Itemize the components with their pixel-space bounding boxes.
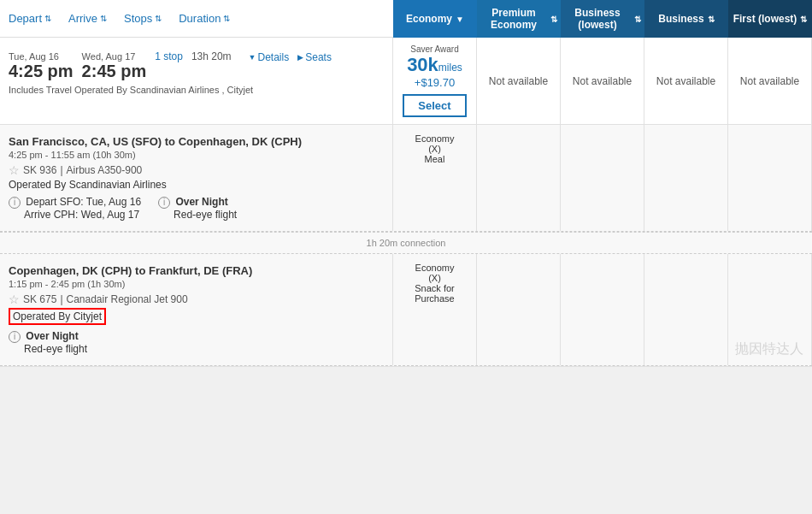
leg-1-overnight-label: Over Night bbox=[175, 196, 227, 208]
leg-2-aircraft: ☆ SK 675 | Canadair Regional Jet 900 bbox=[9, 292, 384, 306]
depart-label: Depart bbox=[9, 12, 42, 25]
leg-2-fare-detail: (X) bbox=[397, 273, 473, 283]
depart-block: Tue, Aug 16 4:25 pm bbox=[9, 51, 74, 81]
business-lowest-unavailable: Not available bbox=[573, 75, 632, 87]
leg-2-time: 1:15 pm - 2:45 pm (1h 30m) bbox=[9, 279, 384, 289]
leg-2-route: Copenhagen, DK (CPH) to Frankfurt, DE (F… bbox=[9, 264, 384, 277]
leg-1-meal: Meal bbox=[397, 154, 473, 164]
star-icon: ☆ bbox=[9, 163, 20, 177]
leg-1-premium-economy-cell bbox=[477, 125, 561, 231]
select-button[interactable]: Select bbox=[403, 94, 466, 117]
depart-date: Tue, Aug 16 bbox=[9, 51, 74, 62]
stops-info: 1 stop bbox=[155, 50, 183, 62]
fare-col-business[interactable]: Business ⇅ bbox=[644, 0, 728, 38]
stops-sort-icon: ⇅ bbox=[155, 14, 162, 23]
economy-sort-icon: ▼ bbox=[456, 15, 464, 24]
details-label: Details bbox=[258, 51, 290, 63]
depart-sort-icon: ⇅ bbox=[44, 14, 51, 23]
first-lowest-sort-icon: ⇅ bbox=[800, 15, 807, 24]
leg-2-redeye-label: Red-eye flight bbox=[24, 343, 87, 355]
leg-2-row: Copenhagen, DK (CPH) to Frankfurt, DE (F… bbox=[0, 254, 812, 366]
business-lowest-label: Business (lowest) bbox=[564, 7, 631, 31]
header-row: Depart ⇅ Arrive ⇅ Stops ⇅ Duration ⇅ Eco… bbox=[0, 0, 812, 38]
leg-2-meal: Snack for Purchase bbox=[397, 283, 473, 304]
watermark: 抛因特达人 bbox=[735, 340, 803, 358]
flight-summary-info: Tue, Aug 16 4:25 pm Wed, Aug 17 2:45 pm … bbox=[0, 38, 393, 124]
miles-display: 30kmiles bbox=[407, 54, 462, 76]
seats-triangle-icon: ▶ bbox=[297, 53, 303, 62]
info-icon-depart: i bbox=[9, 197, 21, 209]
first-lowest-unavailable: Not available bbox=[740, 75, 799, 87]
arrive-date: Wed, Aug 17 bbox=[82, 51, 147, 62]
leg-1-route: San Francisco, CA, US (SFO) to Copenhage… bbox=[9, 135, 384, 148]
premium-economy-label: Premium Economy bbox=[480, 7, 547, 31]
fare-col-business-lowest[interactable]: Business (lowest) ⇅ bbox=[561, 0, 644, 38]
connection-row: 1h 20m connection bbox=[0, 232, 812, 254]
sort-stops[interactable]: Stops ⇅ bbox=[124, 12, 162, 25]
details-triangle-icon: ▼ bbox=[249, 53, 256, 62]
premium-economy-unavailable: Not available bbox=[489, 75, 548, 87]
leg-2-aircraft-type: Canadair Regional Jet 900 bbox=[67, 293, 188, 305]
fare-col-economy[interactable]: Economy ▼ bbox=[393, 0, 477, 38]
flight-result-row: Tue, Aug 16 4:25 pm Wed, Aug 17 2:45 pm … bbox=[0, 38, 812, 125]
leg-2-overnight-label: Over Night bbox=[26, 330, 78, 342]
leg-2-fare-class: Economy bbox=[397, 263, 473, 273]
leg-2-overnight-row: i Over Night Red-eye flight bbox=[9, 330, 384, 355]
depart-time: 4:25 pm bbox=[9, 62, 74, 81]
arrive-time: 2:45 pm bbox=[82, 62, 147, 81]
leg-1-fare-class: Economy bbox=[397, 133, 473, 144]
leg-1-info: San Francisco, CA, US (SFO) to Copenhage… bbox=[0, 125, 393, 231]
leg-1-operated: Operated By Scandinavian Airlines bbox=[9, 179, 384, 191]
operated-highlight: Operated By Cityjet bbox=[9, 308, 106, 325]
premium-economy-price-cell: Not available bbox=[477, 38, 561, 124]
duration-value: 13h 20m bbox=[191, 50, 232, 62]
leg-1-depart-arrive: i Depart SFO: Tue, Aug 16 Arrive CPH: We… bbox=[9, 196, 384, 221]
arrive-block: Wed, Aug 17 2:45 pm bbox=[82, 51, 147, 81]
economy-price-cell: Saver Award 30kmiles +$19.70 Select bbox=[393, 38, 477, 124]
leg-1-depart-label: Depart SFO: Tue, Aug 16 bbox=[26, 196, 141, 208]
operated-by-text: Includes Travel Operated By Scandinavian… bbox=[9, 85, 384, 95]
fare-col-premium-economy[interactable]: Premium Economy ⇅ bbox=[477, 0, 561, 38]
business-sort-icon: ⇅ bbox=[708, 15, 715, 24]
leg-1-arrive-label: Arrive CPH: Wed, Aug 17 bbox=[24, 209, 139, 221]
leg-1-aircraft-type: Airbus A350-900 bbox=[67, 164, 143, 176]
premium-economy-sort-icon: ⇅ bbox=[550, 15, 557, 24]
duration-sort-icon: ⇅ bbox=[223, 14, 230, 23]
connection-label: 1h 20m connection bbox=[367, 238, 446, 248]
leg-1-fare-cols: Economy (X) Meal bbox=[393, 125, 812, 231]
price-columns: Saver Award 30kmiles +$19.70 Select Not … bbox=[393, 38, 812, 124]
leg-1-time: 4:25 pm - 11:55 am (10h 30m) bbox=[9, 150, 384, 160]
leg-1-separator: | bbox=[60, 164, 62, 176]
leg-2-operated: Operated By Cityjet bbox=[9, 308, 384, 325]
leg-1-business-lowest-cell bbox=[561, 125, 644, 231]
arrive-label: Arrive bbox=[68, 12, 97, 25]
leg-1-row: San Francisco, CA, US (SFO) to Copenhage… bbox=[0, 125, 812, 232]
details-seats: ▼ Details ▶ Seats bbox=[249, 51, 340, 63]
business-unavailable: Not available bbox=[656, 75, 715, 87]
duration-label: Duration bbox=[179, 12, 221, 25]
leg-1-economy-cell: Economy (X) Meal bbox=[393, 125, 477, 231]
seats-label: Seats bbox=[305, 51, 332, 63]
seats-link[interactable]: ▶ Seats bbox=[297, 51, 332, 63]
leg-2-flight-number: SK 675 bbox=[23, 293, 56, 305]
leg-1-business-cell bbox=[644, 125, 728, 231]
duration-info: 13h 20m bbox=[191, 50, 232, 62]
business-lowest-sort-icon: ⇅ bbox=[634, 15, 641, 24]
business-price-cell: Not available bbox=[644, 38, 728, 124]
details-link[interactable]: ▼ Details bbox=[249, 51, 290, 63]
fare-col-first-lowest[interactable]: First (lowest) ⇅ bbox=[728, 0, 812, 38]
info-icon-overnight: i bbox=[158, 197, 170, 209]
cash-value: +$19.70 bbox=[415, 76, 455, 89]
detail-section: San Francisco, CA, US (SFO) to Copenhage… bbox=[0, 125, 812, 367]
miles-unit: miles bbox=[438, 62, 462, 74]
sort-duration[interactable]: Duration ⇅ bbox=[179, 12, 230, 25]
miles-value: 30k bbox=[407, 54, 438, 75]
arrive-sort-icon: ⇅ bbox=[100, 14, 107, 23]
leg-2-business-lowest-cell bbox=[561, 254, 644, 365]
leg-1-overnight-col: i Over Night Red-eye flight bbox=[158, 196, 237, 221]
sort-depart[interactable]: Depart ⇅ bbox=[9, 12, 51, 25]
leg-1-aircraft: ☆ SK 936 | Airbus A350-900 bbox=[9, 163, 384, 177]
info-icon-overnight-2: i bbox=[9, 331, 21, 343]
sort-arrive[interactable]: Arrive ⇅ bbox=[68, 12, 107, 25]
business-label: Business bbox=[658, 13, 703, 25]
